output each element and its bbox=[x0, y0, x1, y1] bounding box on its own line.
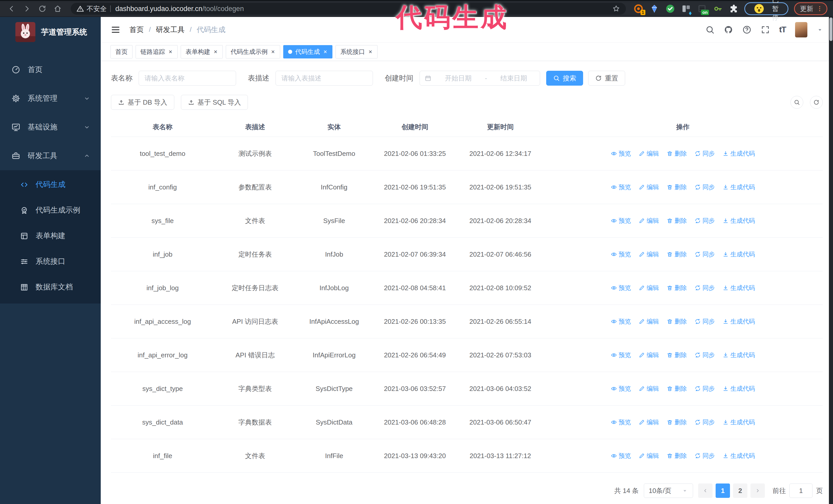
action-generate-code[interactable]: 生成代码 bbox=[722, 385, 755, 393]
action-delete[interactable]: 删除 bbox=[667, 183, 687, 191]
action-generate-code[interactable]: 生成代码 bbox=[722, 452, 755, 460]
action-generate-code[interactable]: 生成代码 bbox=[722, 250, 755, 258]
action-preview[interactable]: 预览 bbox=[611, 452, 631, 460]
action-preview[interactable]: 预览 bbox=[611, 250, 631, 258]
action-delete[interactable]: 删除 bbox=[667, 284, 687, 292]
action-edit[interactable]: 编辑 bbox=[639, 183, 659, 191]
github-icon[interactable] bbox=[724, 25, 733, 34]
action-preview[interactable]: 预览 bbox=[611, 317, 631, 326]
import-db-button[interactable]: 基于 DB 导入 bbox=[111, 95, 174, 110]
help-icon[interactable] bbox=[742, 25, 752, 34]
action-edit[interactable]: 编辑 bbox=[639, 452, 659, 460]
breadcrumb-item-devtools[interactable]: 研发工具 bbox=[156, 25, 185, 34]
tab-codegen-example[interactable]: 代码生成示例× bbox=[226, 45, 280, 58]
action-delete[interactable]: 删除 bbox=[667, 250, 687, 258]
browser-back-button[interactable] bbox=[6, 3, 18, 15]
import-sql-button[interactable]: 基于 SQL 导入 bbox=[181, 95, 248, 110]
goto-page-input[interactable] bbox=[789, 483, 812, 498]
action-generate-code[interactable]: 生成代码 bbox=[722, 418, 755, 426]
sidebar-item-db-doc[interactable]: 数据库文档 bbox=[0, 274, 101, 300]
tab-trace[interactable]: 链路追踪× bbox=[136, 45, 177, 58]
action-sync[interactable]: 同步 bbox=[695, 183, 715, 191]
sidebar-item-infra[interactable]: 基础设施 bbox=[0, 113, 101, 142]
reset-button[interactable]: 重置 bbox=[588, 71, 625, 86]
tab-close-icon[interactable]: × bbox=[271, 48, 275, 55]
page-button-1[interactable]: 1 bbox=[716, 483, 730, 498]
header-search-icon[interactable] bbox=[705, 25, 715, 34]
action-sync[interactable]: 同步 bbox=[695, 149, 715, 158]
sidebar-item-system[interactable]: 系统管理 bbox=[0, 84, 101, 113]
breadcrumb-item-home[interactable]: 首页 bbox=[129, 25, 144, 34]
action-edit[interactable]: 编辑 bbox=[639, 284, 659, 292]
user-avatar[interactable] bbox=[795, 22, 807, 38]
table-name-input[interactable] bbox=[139, 71, 236, 86]
refresh-table-button[interactable] bbox=[810, 96, 823, 109]
action-preview[interactable]: 预览 bbox=[611, 217, 631, 225]
action-edit[interactable]: 编辑 bbox=[639, 351, 659, 359]
not-secure-label[interactable]: 不安全 bbox=[87, 4, 106, 13]
action-generate-code[interactable]: 生成代码 bbox=[722, 284, 755, 292]
page-button-2[interactable]: 2 bbox=[733, 483, 747, 498]
extension-icon-orange[interactable]: 1 bbox=[634, 4, 643, 14]
action-preview[interactable]: 预览 bbox=[611, 149, 631, 158]
table-desc-input[interactable] bbox=[276, 71, 373, 86]
action-generate-code[interactable]: 生成代码 bbox=[722, 149, 755, 158]
browser-update-chip[interactable]: 更新 bbox=[794, 2, 827, 15]
action-delete[interactable]: 删除 bbox=[667, 418, 687, 426]
action-generate-code[interactable]: 生成代码 bbox=[722, 183, 755, 191]
tab-close-icon[interactable]: × bbox=[323, 48, 328, 55]
action-edit[interactable]: 编辑 bbox=[639, 418, 659, 426]
action-preview[interactable]: 预览 bbox=[611, 418, 631, 426]
action-delete[interactable]: 删除 bbox=[667, 452, 687, 460]
address-bar[interactable]: 不安全 dashboard.yudao.iocoder.cn/tool/code… bbox=[71, 3, 626, 15]
action-sync[interactable]: 同步 bbox=[695, 452, 715, 460]
action-sync[interactable]: 同步 bbox=[695, 284, 715, 292]
action-edit[interactable]: 编辑 bbox=[639, 217, 659, 225]
browser-menu-kebab-icon[interactable] bbox=[816, 5, 823, 13]
tab-form-builder[interactable]: 表单构建× bbox=[181, 45, 223, 58]
toggle-search-button[interactable] bbox=[790, 96, 803, 109]
extension-icon-panels[interactable] bbox=[681, 4, 691, 14]
page-scrollbar[interactable] bbox=[829, 17, 833, 504]
sidebar-logo-row[interactable]: 芋道管理系统 bbox=[0, 17, 101, 47]
action-preview[interactable]: 预览 bbox=[611, 351, 631, 359]
prev-page-button[interactable] bbox=[698, 483, 713, 498]
url-text[interactable]: dashboard.yudao.iocoder.cn/tool/codegen bbox=[115, 5, 244, 13]
next-page-button[interactable] bbox=[751, 483, 765, 498]
tab-home[interactable]: 首页 bbox=[111, 45, 133, 58]
sidebar-toggle-icon[interactable] bbox=[111, 25, 121, 35]
page-size-select[interactable]: 10条/页 bbox=[644, 483, 693, 498]
action-preview[interactable]: 预览 bbox=[611, 284, 631, 292]
tab-close-icon[interactable]: × bbox=[168, 48, 173, 55]
action-delete[interactable]: 删除 bbox=[667, 385, 687, 393]
action-sync[interactable]: 同步 bbox=[695, 351, 715, 359]
date-range-picker[interactable]: 开始日期 - 结束日期 bbox=[420, 71, 540, 86]
action-delete[interactable]: 删除 bbox=[667, 149, 687, 158]
search-button[interactable]: 搜索 bbox=[546, 71, 583, 86]
action-edit[interactable]: 编辑 bbox=[639, 149, 659, 158]
browser-home-button[interactable] bbox=[52, 3, 64, 15]
action-sync[interactable]: 同步 bbox=[695, 217, 715, 225]
tab-close-icon[interactable]: × bbox=[368, 48, 373, 55]
action-delete[interactable]: 删除 bbox=[667, 351, 687, 359]
sidebar-item-codegen[interactable]: 代码生成 bbox=[0, 172, 101, 197]
action-generate-code[interactable]: 生成代码 bbox=[722, 317, 755, 326]
action-generate-code[interactable]: 生成代码 bbox=[722, 217, 755, 225]
extension-icon-shield-check[interactable] bbox=[665, 4, 675, 14]
extension-icon-key[interactable] bbox=[713, 4, 723, 14]
start-date-placeholder[interactable]: 开始日期 bbox=[437, 74, 480, 83]
action-preview[interactable]: 预览 bbox=[611, 183, 631, 191]
font-size-icon[interactable]: tT bbox=[779, 25, 786, 34]
action-delete[interactable]: 删除 bbox=[667, 317, 687, 326]
browser-forward-button[interactable] bbox=[21, 3, 33, 15]
action-sync[interactable]: 同步 bbox=[695, 317, 715, 326]
extension-icon-gem[interactable] bbox=[649, 4, 659, 14]
bookmark-star-icon[interactable] bbox=[612, 5, 620, 13]
extension-icon-dark-box[interactable]: on bbox=[697, 4, 707, 14]
profile-paused-chip[interactable]: 已暂停 bbox=[744, 2, 788, 15]
sidebar-item-form-builder[interactable]: 表单构建 bbox=[0, 223, 101, 249]
action-delete[interactable]: 删除 bbox=[667, 217, 687, 225]
sidebar-item-codegen-example[interactable]: 代码生成示例 bbox=[0, 197, 101, 223]
action-sync[interactable]: 同步 bbox=[695, 418, 715, 426]
fullscreen-icon[interactable] bbox=[761, 25, 770, 34]
